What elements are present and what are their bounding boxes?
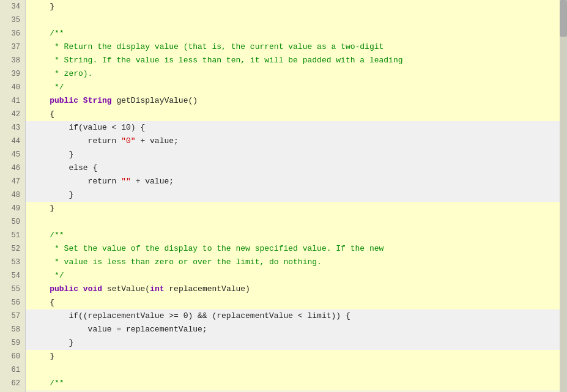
code-line-43: if(value < 10) {: [26, 121, 567, 135]
token: [31, 284, 50, 294]
code-text-49: }: [26, 202, 567, 215]
scrollbar-thumb[interactable]: [560, 0, 567, 37]
line-num-50: 50: [0, 215, 25, 229]
line-num-47: 47: [0, 175, 25, 188]
token: }: [31, 352, 54, 361]
code-line-40: */: [26, 81, 567, 94]
code-text-38: * String. If the value is less than ten,…: [26, 54, 567, 67]
line-num-40: 40: [0, 81, 25, 94]
code-text-58: value = replacementValue;: [26, 323, 567, 336]
line-num-55: 55: [0, 283, 25, 296]
line-numbers: 3435363738394041424344454647484950515253…: [0, 0, 26, 392]
code-text-36: /**: [26, 27, 567, 40]
code-line-55: public void setValue(int replacementValu…: [26, 283, 567, 296]
line-num-58: 58: [0, 323, 25, 336]
token: "": [121, 177, 131, 186]
token: "0": [121, 136, 135, 146]
code-text-40: */: [26, 81, 567, 94]
token: * zero).: [31, 69, 92, 78]
code-line-44: return "0" + value;: [26, 135, 567, 148]
line-num-38: 38: [0, 54, 25, 67]
token: [78, 284, 83, 294]
line-num-42: 42: [0, 108, 25, 121]
code-text-55: public void setValue(int replacementValu…: [26, 283, 567, 296]
line-num-60: 60: [0, 350, 25, 363]
line-num-34: 34: [0, 0, 25, 13]
token: }: [31, 2, 54, 11]
code-line-50: [26, 215, 567, 229]
code-line-41: public String getDisplayValue(): [26, 94, 567, 108]
code-line-36: /**: [26, 27, 567, 40]
line-num-43: 43: [0, 121, 25, 135]
code-text-41: public String getDisplayValue(): [26, 94, 567, 108]
line-num-62: 62: [0, 377, 25, 390]
token: * Return the display value (that is, the…: [31, 42, 384, 51]
token: else {: [31, 163, 97, 172]
code-text-62: /**: [26, 377, 567, 390]
line-num-44: 44: [0, 135, 25, 148]
line-num-56: 56: [0, 296, 25, 309]
code-area[interactable]: } /** * Return the display value (that i…: [26, 0, 567, 392]
line-num-53: 53: [0, 256, 25, 269]
code-text-60: }: [26, 350, 567, 363]
code-line-45: }: [26, 148, 567, 161]
code-line-51: /**: [26, 229, 567, 242]
token: + value;: [131, 177, 174, 186]
token: setValue(: [102, 284, 150, 294]
token: * Set the value of the display to the ne…: [31, 244, 384, 253]
token: public: [50, 284, 78, 294]
token: if((replacementValue >= 0) && (replaceme…: [31, 311, 350, 320]
code-text-50: [26, 215, 567, 229]
scrollbar[interactable]: [560, 0, 567, 392]
code-text-53: * value is less than zero or over the li…: [26, 256, 567, 269]
token: {: [31, 109, 54, 119]
code-text-61: [26, 363, 567, 377]
token: }: [31, 338, 73, 347]
line-num-51: 51: [0, 229, 25, 242]
token: /**: [31, 379, 64, 388]
token: if(value < 10) {: [31, 123, 145, 132]
line-num-59: 59: [0, 336, 25, 350]
code-text-59: }: [26, 336, 567, 350]
code-line-60: }: [26, 350, 567, 363]
token: }: [31, 190, 73, 199]
code-text-51: /**: [26, 229, 567, 242]
code-text-47: return "" + value;: [26, 175, 567, 188]
line-num-36: 36: [0, 27, 25, 40]
token: replacementValue): [164, 284, 250, 294]
line-num-49: 49: [0, 202, 25, 215]
code-line-48: }: [26, 188, 567, 202]
token: public: [50, 96, 78, 105]
code-line-59: }: [26, 336, 567, 350]
code-text-54: */: [26, 269, 567, 283]
code-line-58: value = replacementValue;: [26, 323, 567, 336]
line-num-48: 48: [0, 188, 25, 202]
code-line-56: {: [26, 296, 567, 309]
code-line-46: else {: [26, 161, 567, 175]
code-text-39: * zero).: [26, 67, 567, 81]
token: return: [31, 136, 121, 146]
code-text-48: }: [26, 188, 567, 202]
token: + value;: [136, 136, 179, 146]
code-line-38: * String. If the value is less than ten,…: [26, 54, 567, 67]
line-num-54: 54: [0, 269, 25, 283]
code-line-61: [26, 363, 567, 377]
code-line-42: {: [26, 108, 567, 121]
code-line-53: * value is less than zero or over the li…: [26, 256, 567, 269]
line-num-37: 37: [0, 40, 25, 54]
token: String: [83, 96, 112, 105]
line-num-52: 52: [0, 242, 25, 256]
code-text-52: * Set the value of the display to the ne…: [26, 242, 567, 256]
token: * String. If the value is less than ten,…: [31, 56, 403, 65]
code-line-47: return "" + value;: [26, 175, 567, 188]
token: /**: [31, 231, 64, 240]
line-num-61: 61: [0, 363, 25, 377]
line-num-35: 35: [0, 13, 25, 27]
code-text-57: if((replacementValue >= 0) && (replaceme…: [26, 309, 567, 323]
code-line-37: * Return the display value (that is, the…: [26, 40, 567, 54]
token: */: [31, 83, 64, 92]
token: }: [31, 204, 54, 213]
token: int: [150, 284, 164, 294]
code-text-37: * Return the display value (that is, the…: [26, 40, 567, 54]
code-text-44: return "0" + value;: [26, 135, 567, 148]
